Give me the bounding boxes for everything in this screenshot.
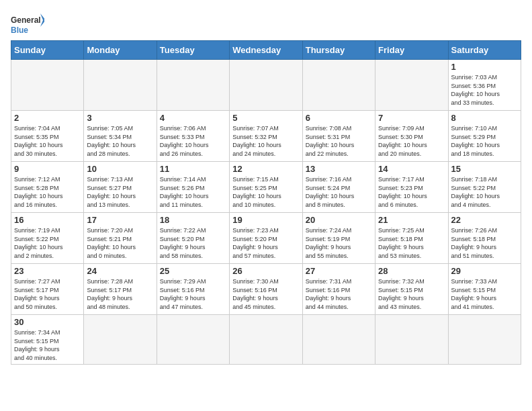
day-info: Sunrise: 7:32 AM Sunset: 5:15 PM Dayligh… — [378, 277, 445, 311]
calendar-cell — [157, 60, 229, 111]
day-info: Sunrise: 7:08 AM Sunset: 5:31 PM Dayligh… — [306, 124, 372, 158]
days-of-week-row: SundayMondayTuesdayWednesdayThursdayFrid… — [11, 41, 521, 60]
calendar-cell — [302, 60, 375, 111]
day-info: Sunrise: 7:33 AM Sunset: 5:15 PM Dayligh… — [451, 277, 518, 311]
calendar-cell: 22Sunrise: 7:26 AM Sunset: 5:18 PM Dayli… — [448, 213, 521, 264]
day-info: Sunrise: 7:06 AM Sunset: 5:33 PM Dayligh… — [160, 124, 226, 158]
day-number: 4 — [160, 113, 226, 123]
calendar-cell — [84, 315, 157, 365]
calendar-cell: 3Sunrise: 7:05 AM Sunset: 5:34 PM Daylig… — [84, 111, 157, 162]
day-number: 11 — [160, 164, 226, 174]
calendar-cell: 14Sunrise: 7:17 AM Sunset: 5:23 PM Dayli… — [375, 162, 448, 213]
day-number: 16 — [14, 215, 81, 225]
calendar-cell: 5Sunrise: 7:07 AM Sunset: 5:32 PM Daylig… — [230, 111, 302, 162]
day-number: 13 — [306, 164, 372, 174]
day-info: Sunrise: 7:25 AM Sunset: 5:18 PM Dayligh… — [378, 226, 445, 260]
day-of-week-tuesday: Tuesday — [157, 41, 229, 60]
calendar-cell: 7Sunrise: 7:09 AM Sunset: 5:30 PM Daylig… — [375, 111, 448, 162]
day-info: Sunrise: 7:29 AM Sunset: 5:16 PM Dayligh… — [160, 277, 226, 311]
day-number: 21 — [378, 215, 445, 225]
day-number: 8 — [451, 113, 518, 123]
day-of-week-sunday: Sunday — [11, 41, 84, 60]
day-number: 7 — [378, 113, 445, 123]
day-info: Sunrise: 7:04 AM Sunset: 5:35 PM Dayligh… — [14, 124, 81, 158]
day-number: 29 — [451, 266, 518, 276]
day-number: 14 — [378, 164, 445, 174]
calendar-cell: 2Sunrise: 7:04 AM Sunset: 5:35 PM Daylig… — [11, 111, 84, 162]
calendar-cell: 8Sunrise: 7:10 AM Sunset: 5:29 PM Daylig… — [448, 111, 521, 162]
calendar-cell: 17Sunrise: 7:20 AM Sunset: 5:21 PM Dayli… — [84, 213, 157, 264]
calendar-header: SundayMondayTuesdayWednesdayThursdayFrid… — [11, 41, 521, 60]
calendar-cell: 12Sunrise: 7:15 AM Sunset: 5:25 PM Dayli… — [230, 162, 302, 213]
day-number: 20 — [306, 215, 372, 225]
day-number: 5 — [232, 113, 299, 123]
day-info: Sunrise: 7:26 AM Sunset: 5:18 PM Dayligh… — [451, 226, 518, 260]
calendar-cell: 30Sunrise: 7:34 AM Sunset: 5:15 PM Dayli… — [11, 315, 84, 365]
calendar-cell: 16Sunrise: 7:19 AM Sunset: 5:22 PM Dayli… — [11, 213, 84, 264]
day-info: Sunrise: 7:05 AM Sunset: 5:34 PM Dayligh… — [87, 124, 153, 158]
day-info: Sunrise: 7:28 AM Sunset: 5:17 PM Dayligh… — [87, 277, 153, 311]
day-number: 25 — [160, 266, 226, 276]
week-row-1: 1Sunrise: 7:03 AM Sunset: 5:36 PM Daylig… — [11, 60, 521, 111]
calendar-cell: 29Sunrise: 7:33 AM Sunset: 5:15 PM Dayli… — [448, 264, 521, 315]
day-info: Sunrise: 7:34 AM Sunset: 5:15 PM Dayligh… — [14, 328, 81, 362]
calendar-cell — [375, 315, 448, 365]
calendar-cell: 20Sunrise: 7:24 AM Sunset: 5:19 PM Dayli… — [302, 213, 375, 264]
day-of-week-monday: Monday — [84, 41, 157, 60]
calendar-cell — [11, 60, 84, 111]
calendar-cell: 26Sunrise: 7:30 AM Sunset: 5:16 PM Dayli… — [230, 264, 302, 315]
day-number: 23 — [14, 266, 81, 276]
day-number: 26 — [232, 266, 299, 276]
day-info: Sunrise: 7:07 AM Sunset: 5:32 PM Dayligh… — [232, 124, 299, 158]
day-of-week-thursday: Thursday — [302, 41, 375, 60]
day-info: Sunrise: 7:31 AM Sunset: 5:16 PM Dayligh… — [306, 277, 372, 311]
calendar-cell: 6Sunrise: 7:08 AM Sunset: 5:31 PM Daylig… — [302, 111, 375, 162]
calendar-cell — [230, 315, 302, 365]
calendar-cell: 27Sunrise: 7:31 AM Sunset: 5:16 PM Dayli… — [302, 264, 375, 315]
day-number: 22 — [451, 215, 518, 225]
header: General Blue — [11, 11, 521, 38]
calendar-cell: 28Sunrise: 7:32 AM Sunset: 5:15 PM Dayli… — [375, 264, 448, 315]
day-info: Sunrise: 7:12 AM Sunset: 5:28 PM Dayligh… — [14, 175, 81, 209]
day-number: 10 — [87, 164, 153, 174]
calendar-cell — [448, 315, 521, 365]
day-info: Sunrise: 7:20 AM Sunset: 5:21 PM Dayligh… — [87, 226, 153, 260]
week-row-5: 23Sunrise: 7:27 AM Sunset: 5:17 PM Dayli… — [11, 264, 521, 315]
week-row-4: 16Sunrise: 7:19 AM Sunset: 5:22 PM Dayli… — [11, 213, 521, 264]
calendar-cell — [375, 60, 448, 111]
calendar-cell — [84, 60, 157, 111]
calendar-cell: 23Sunrise: 7:27 AM Sunset: 5:17 PM Dayli… — [11, 264, 84, 315]
day-info: Sunrise: 7:15 AM Sunset: 5:25 PM Dayligh… — [232, 175, 299, 209]
day-info: Sunrise: 7:17 AM Sunset: 5:23 PM Dayligh… — [378, 175, 445, 209]
day-info: Sunrise: 7:27 AM Sunset: 5:17 PM Dayligh… — [14, 277, 81, 311]
day-info: Sunrise: 7:09 AM Sunset: 5:30 PM Dayligh… — [378, 124, 445, 158]
day-of-week-saturday: Saturday — [448, 41, 521, 60]
calendar-cell: 4Sunrise: 7:06 AM Sunset: 5:33 PM Daylig… — [157, 111, 229, 162]
calendar-cell: 19Sunrise: 7:23 AM Sunset: 5:20 PM Dayli… — [230, 213, 302, 264]
day-number: 27 — [306, 266, 372, 276]
day-info: Sunrise: 7:03 AM Sunset: 5:36 PM Dayligh… — [451, 73, 518, 107]
day-number: 24 — [87, 266, 153, 276]
calendar-cell — [157, 315, 229, 365]
svg-text:Blue: Blue — [11, 26, 28, 35]
logo-svg: General Blue — [11, 11, 44, 38]
calendar-cell — [302, 315, 375, 365]
day-number: 2 — [14, 113, 81, 123]
day-of-week-wednesday: Wednesday — [230, 41, 302, 60]
day-info: Sunrise: 7:16 AM Sunset: 5:24 PM Dayligh… — [306, 175, 372, 209]
week-row-6: 30Sunrise: 7:34 AM Sunset: 5:15 PM Dayli… — [11, 315, 521, 365]
calendar-cell: 9Sunrise: 7:12 AM Sunset: 5:28 PM Daylig… — [11, 162, 84, 213]
day-number: 30 — [14, 317, 81, 327]
day-number: 15 — [451, 164, 518, 174]
calendar: SundayMondayTuesdayWednesdayThursdayFrid… — [11, 40, 521, 365]
calendar-cell: 1Sunrise: 7:03 AM Sunset: 5:36 PM Daylig… — [448, 60, 521, 111]
day-number: 17 — [87, 215, 153, 225]
week-row-3: 9Sunrise: 7:12 AM Sunset: 5:28 PM Daylig… — [11, 162, 521, 213]
day-number: 1 — [451, 62, 518, 72]
day-number: 18 — [160, 215, 226, 225]
day-of-week-friday: Friday — [375, 41, 448, 60]
svg-text:General: General — [11, 15, 41, 25]
logo: General Blue — [11, 11, 44, 38]
svg-marker-2 — [40, 13, 44, 27]
calendar-cell: 11Sunrise: 7:14 AM Sunset: 5:26 PM Dayli… — [157, 162, 229, 213]
